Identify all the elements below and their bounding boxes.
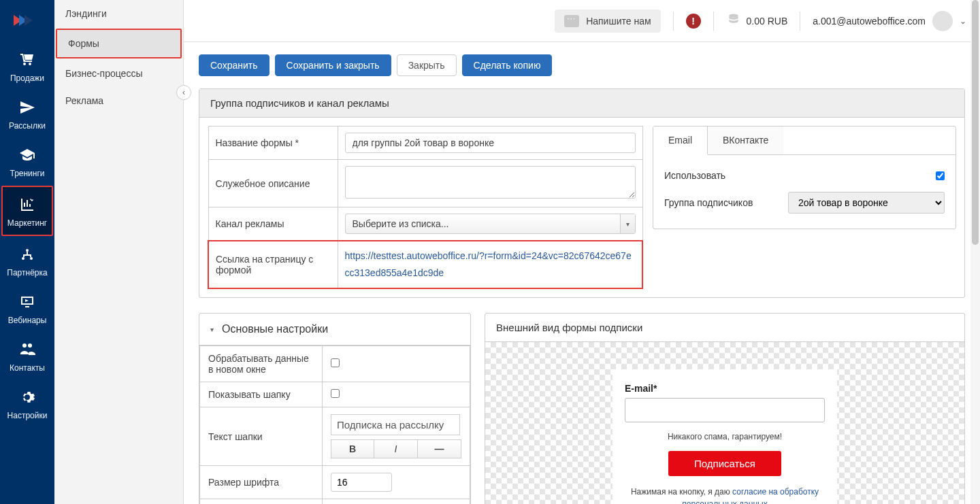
rail-label: Вебинары [8, 316, 47, 325]
main-content: Напишите нам ! 0.00 RUB a.001@autoweboff… [184, 0, 980, 504]
chat-button[interactable]: Напишите нам [555, 10, 660, 33]
subnav-landings[interactable]: Лэндинги [54, 0, 183, 27]
rail-label: Тренинги [10, 169, 44, 178]
rail-label: Настройки [7, 411, 48, 420]
chevron-left-icon: ‹ [182, 88, 185, 97]
page-scrollbar[interactable] [970, 0, 980, 504]
font-label: Шрифт [200, 499, 323, 504]
user-email: a.001@autoweboffice.com [813, 16, 926, 27]
channel-tabs: Email ВКонтакте Использовать Группа подп… [653, 126, 956, 229]
balance-value: 0.00 RUB [747, 16, 788, 27]
preview-note: Никакого спама, гарантируем! [625, 432, 825, 441]
link-label: Ссылка на страницу с формой [208, 241, 338, 288]
rail-partner[interactable]: Партнёрка [0, 237, 54, 284]
monitor-icon [18, 292, 37, 312]
chevron-down-icon: ⌄ [960, 16, 966, 26]
coins-icon [726, 12, 741, 29]
close-button[interactable]: Закрыть [397, 54, 457, 76]
rail-sales[interactable]: Продажи [0, 42, 54, 90]
settings-accordion-toggle[interactable]: ▾ Основные настройки [199, 314, 470, 346]
settings-accordion: ▾ Основные настройки Обрабатывать данные… [199, 313, 471, 504]
save-button[interactable]: Сохранить [199, 54, 270, 76]
form-link[interactable]: https://testtest.autoweboffice.ru/?r=for… [345, 250, 632, 278]
balance[interactable]: 0.00 RUB [726, 12, 788, 29]
preview-panel: Внешний вид формы подписки E-mail* Никак… [485, 313, 965, 504]
rail-train[interactable]: Тренинги [0, 137, 54, 185]
font-size-input[interactable] [331, 473, 392, 492]
rail-label: Продажи [10, 73, 44, 83]
main-rail: Продажи Рассылки Тренинги Маркетинг Парт… [0, 0, 54, 504]
form-name-label: Название формы * [208, 127, 338, 160]
settings-title: Основные настройки [222, 323, 328, 335]
bold-button[interactable]: B [331, 439, 374, 458]
subnav-bp[interactable]: Бизнес-процессы [54, 60, 183, 87]
chevron-down-icon: ▾ [210, 326, 214, 333]
italic-button[interactable]: I [374, 439, 418, 458]
channel-label: Канал рекламы [208, 207, 338, 241]
grad-icon [18, 146, 37, 165]
divider [673, 12, 674, 31]
chart-icon [18, 195, 37, 214]
preview-email-label: E-mail* [625, 383, 825, 394]
divider [713, 12, 714, 31]
preview-title: Внешний вид формы подписки [485, 314, 964, 342]
subnav-ads[interactable]: Реклама [54, 87, 183, 114]
show-header-label: Показывать шапку [200, 382, 323, 407]
sub-nav: Лэндинги Формы Бизнес-процессы Реклама ‹ [54, 0, 184, 504]
collapse-subnav-button[interactable]: ‹ [176, 85, 191, 100]
rail-marketing[interactable]: Маркетинг [1, 186, 53, 236]
action-bar: Сохранить Сохранить и закрыть Закрыть Сд… [199, 54, 965, 76]
preview-consent: Нажимая на кнопку, я даю согласие на обр… [625, 486, 825, 504]
panel-title: Группа подписчиков и канал рекламы [199, 89, 964, 118]
preview-email-input[interactable] [625, 398, 825, 422]
cart-icon [18, 50, 37, 69]
scrollbar-thumb[interactable] [972, 0, 979, 245]
user-menu[interactable]: a.001@autoweboffice.com ⌄ [813, 11, 966, 31]
rail-label: Маркетинг [7, 218, 47, 228]
group-select[interactable]: 2ой товар в воронке [788, 192, 945, 214]
new-window-label: Обрабатывать данные в новом окне [200, 346, 323, 382]
rail-label: Контакты [10, 363, 45, 373]
tab-vk[interactable]: ВКонтакте [708, 127, 783, 154]
tree-icon [18, 245, 37, 264]
divider [800, 12, 800, 31]
svg-point-0 [729, 14, 738, 18]
topbar: Напишите нам ! 0.00 RUB a.001@autoweboff… [184, 0, 980, 42]
new-window-checkbox[interactable] [331, 358, 340, 367]
rail-label: Рассылки [9, 121, 46, 131]
copy-button[interactable]: Сделать копию [462, 54, 553, 76]
desc-label: Служебное описание [208, 160, 338, 207]
strike-button[interactable]: — [418, 439, 461, 458]
form-preview: E-mail* Никакого спама, гарантируем! Под… [612, 369, 837, 504]
preview-submit-button[interactable]: Подписаться [668, 451, 781, 476]
send-icon [18, 98, 37, 117]
show-header-checkbox[interactable] [331, 389, 340, 398]
desc-textarea[interactable] [345, 166, 636, 199]
use-label: Использовать [664, 170, 725, 181]
font-size-label: Размер шрифта [200, 466, 323, 499]
form-name-input[interactable] [345, 133, 636, 153]
avatar [932, 11, 953, 31]
rail-label: Партнёрка [7, 268, 47, 278]
subscriber-panel: Группа подписчиков и канал рекламы Назва… [199, 88, 965, 298]
app-logo [12, 12, 42, 29]
people-icon [18, 340, 37, 359]
alert-icon[interactable]: ! [686, 14, 701, 29]
rail-contacts[interactable]: Контакты [0, 332, 54, 380]
group-label: Группа подписчиков [664, 197, 753, 208]
tab-email[interactable]: Email [653, 127, 708, 155]
channel-select[interactable]: Выберите из списка... [345, 214, 636, 234]
chat-icon [564, 15, 579, 27]
gear-icon [18, 388, 37, 407]
form-fields-table: Название формы * Служебное описание Кана… [208, 126, 643, 289]
header-text-input[interactable] [331, 414, 460, 435]
header-text-label: Текст шапки [200, 407, 323, 466]
rail-webinar[interactable]: Вебинары [0, 284, 54, 332]
chat-label: Напишите нам [586, 16, 651, 27]
subnav-forms[interactable]: Формы [56, 29, 182, 58]
rail-settings[interactable]: Настройки [0, 380, 54, 427]
rail-mail[interactable]: Рассылки [0, 90, 54, 137]
use-checkbox[interactable] [936, 171, 945, 180]
save-close-button[interactable]: Сохранить и закрыть [275, 54, 391, 76]
